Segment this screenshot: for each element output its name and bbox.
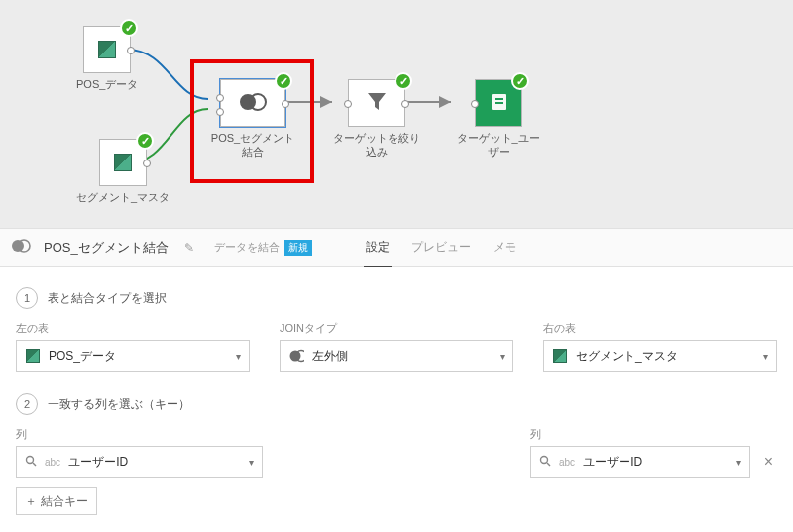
edit-title-icon[interactable]: ✎ bbox=[184, 241, 194, 255]
left-key-value: ユーザーID bbox=[68, 454, 128, 471]
node-label: POS_データ bbox=[76, 77, 138, 91]
join-icon bbox=[10, 238, 32, 258]
dataset-icon bbox=[552, 348, 568, 364]
tab-settings[interactable]: 設定 bbox=[364, 229, 392, 267]
right-key-select[interactable]: abc ユーザーID ▾ bbox=[530, 446, 750, 478]
panel-title: POS_セグメント結合 bbox=[44, 239, 169, 257]
node-label: ターゲットを絞り込み bbox=[332, 131, 421, 160]
add-join-key-label: 結合キー bbox=[41, 493, 88, 510]
dataset-icon bbox=[114, 148, 132, 178]
status-success-icon: ✓ bbox=[275, 72, 292, 90]
node-pos-segment-join[interactable]: ✓ POS_セグメント結合 bbox=[208, 79, 297, 160]
search-icon bbox=[25, 455, 37, 470]
chevron-down-icon: ▾ bbox=[249, 457, 254, 468]
svg-rect-4 bbox=[495, 102, 503, 104]
left-table-label: 左の表 bbox=[16, 321, 250, 336]
join-type-value: 左外側 bbox=[312, 348, 348, 365]
panel-tabs: 設定 プレビュー メモ bbox=[364, 229, 518, 267]
join-icon bbox=[238, 88, 268, 119]
left-table-value: POS_データ bbox=[49, 348, 116, 365]
chevron-down-icon: ▾ bbox=[763, 351, 768, 362]
node-pos-data[interactable]: ✓ POS_データ bbox=[76, 26, 138, 91]
svg-point-11 bbox=[541, 456, 548, 463]
plus-icon: ＋ bbox=[25, 493, 37, 510]
chevron-down-icon: ▾ bbox=[236, 351, 241, 362]
svg-line-10 bbox=[33, 463, 36, 466]
dataset-icon bbox=[25, 348, 41, 364]
tab-note[interactable]: メモ bbox=[491, 229, 518, 267]
remove-key-icon[interactable]: × bbox=[760, 453, 777, 471]
right-table-value: セグメント_マスタ bbox=[576, 348, 678, 365]
join-type-label: JOINタイプ bbox=[280, 321, 513, 336]
status-success-icon: ✓ bbox=[511, 72, 529, 90]
chevron-down-icon: ▾ bbox=[736, 457, 741, 468]
chevron-down-icon: ▾ bbox=[500, 351, 505, 362]
output-icon bbox=[489, 88, 509, 119]
panel-header: POS_セグメント結合 ✎ データを結合 新規 設定 プレビュー メモ bbox=[0, 228, 793, 267]
venn-left-icon bbox=[288, 348, 304, 364]
svg-line-12 bbox=[547, 463, 550, 466]
status-success-icon: ✓ bbox=[136, 132, 154, 150]
new-badge: 新規 bbox=[284, 240, 312, 256]
svg-point-9 bbox=[27, 456, 34, 463]
filter-icon bbox=[366, 88, 388, 119]
add-join-key-button[interactable]: ＋ 結合キー bbox=[16, 487, 97, 515]
type-text-icon: abc bbox=[45, 457, 60, 468]
node-segment-master[interactable]: ✓ セグメント_マスタ bbox=[76, 139, 170, 204]
panel-hint: データを結合 bbox=[214, 241, 280, 253]
left-key-select[interactable]: abc ユーザーID ▾ bbox=[16, 446, 263, 478]
dataset-icon bbox=[98, 35, 116, 65]
search-icon bbox=[539, 455, 551, 470]
type-text-icon: abc bbox=[559, 457, 575, 468]
svg-rect-3 bbox=[495, 98, 503, 100]
node-label: セグメント_マスタ bbox=[76, 190, 170, 204]
status-success-icon: ✓ bbox=[120, 19, 138, 37]
right-table-select[interactable]: セグメント_マスタ ▾ bbox=[543, 340, 777, 372]
right-key-label: 列 bbox=[530, 427, 777, 442]
right-table-label: 右の表 bbox=[543, 321, 777, 336]
step-title: 表と結合タイプを選択 bbox=[48, 290, 167, 307]
node-target-user[interactable]: ✓ ターゲット_ユーザー bbox=[454, 79, 543, 160]
join-type-select[interactable]: 左外側 ▾ bbox=[280, 340, 513, 372]
step-2-header: 2 一致する列を選ぶ（キー） bbox=[16, 393, 777, 415]
settings-body: 1 表と結合タイプを選択 左の表 POS_データ ▾ JOINタイプ 左外側 ▾… bbox=[0, 267, 793, 529]
tab-preview[interactable]: プレビュー bbox=[409, 229, 473, 267]
node-label: ターゲット_ユーザー bbox=[454, 131, 543, 160]
node-filter-target[interactable]: ✓ ターゲットを絞り込み bbox=[332, 79, 421, 160]
step-number: 1 bbox=[16, 287, 38, 309]
step-1-header: 1 表と結合タイプを選択 bbox=[16, 287, 777, 309]
step-number: 2 bbox=[16, 393, 38, 415]
left-key-label: 列 bbox=[16, 427, 263, 442]
node-label: POS_セグメント結合 bbox=[208, 131, 297, 160]
right-key-value: ユーザーID bbox=[583, 454, 642, 471]
status-success-icon: ✓ bbox=[395, 72, 412, 90]
step-title: 一致する列を選ぶ（キー） bbox=[48, 396, 190, 413]
left-table-select[interactable]: POS_データ ▾ bbox=[16, 340, 250, 372]
flow-canvas[interactable]: ✓ POS_データ ✓ セグメント_マスタ ✓ POS_セグメント結合 bbox=[0, 0, 793, 228]
